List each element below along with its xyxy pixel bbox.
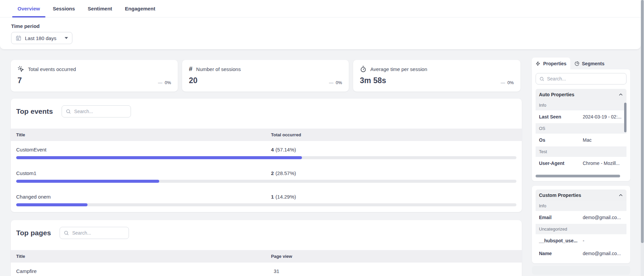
active-tab-underline bbox=[12, 16, 45, 18]
metric-delta: — 0% bbox=[501, 80, 514, 85]
progress-bar-fill bbox=[16, 180, 159, 183]
page-view-count: 31 bbox=[274, 268, 279, 274]
properties-search[interactable] bbox=[536, 73, 626, 84]
table-row[interactable]: Custom1 2(28.57%) bbox=[11, 165, 522, 188]
top-pages-panel: Top pages Title Page view Campfire 31 bbox=[11, 220, 522, 276]
table-row[interactable]: Campfire 31 bbox=[11, 263, 522, 276]
property-value: - bbox=[583, 238, 584, 243]
tab-properties-label: Properties bbox=[543, 61, 566, 66]
progress-bar-track bbox=[16, 203, 516, 206]
page-title: Campfire bbox=[16, 268, 37, 274]
event-title: Changed onem bbox=[16, 194, 51, 200]
property-value: Mac bbox=[583, 137, 591, 143]
list-scrollbar-horizontal[interactable] bbox=[536, 175, 626, 177]
tab-segments-label: Segments bbox=[582, 61, 605, 66]
delta-percent: 0% bbox=[507, 80, 514, 85]
search-icon bbox=[539, 76, 544, 81]
delta-percent: 0% bbox=[336, 80, 342, 85]
scrollbar-thumb[interactable] bbox=[536, 175, 620, 177]
property-value: 2024-03-19 - 02:... bbox=[583, 114, 621, 119]
tab-overview-label: Overview bbox=[18, 6, 40, 11]
delta-dash-icon: — bbox=[329, 80, 333, 85]
metric-label: Total events occurred bbox=[28, 66, 76, 72]
custom-properties-panel: Custom Properties Info Email demo@gmail.… bbox=[532, 186, 630, 263]
delta-dash-icon: — bbox=[158, 80, 162, 85]
group-label: Uncategorized bbox=[536, 224, 626, 234]
time-period-dropdown[interactable]: Last 180 days bbox=[11, 32, 72, 44]
count-percent: (57.14%) bbox=[275, 147, 296, 152]
chevron-up-icon[interactable] bbox=[618, 193, 623, 198]
chevron-up-icon[interactable] bbox=[618, 92, 623, 97]
column-header-page-view: Page view bbox=[271, 254, 292, 259]
metric-value: 3m 58s bbox=[360, 76, 386, 85]
top-events-title: Top events bbox=[16, 107, 53, 115]
property-row[interactable]: Email demo@gmail.co... bbox=[536, 211, 626, 224]
tab-segments[interactable]: Segments bbox=[570, 58, 609, 69]
group-label: Test bbox=[536, 146, 626, 157]
property-row[interactable]: Last Seen 2024-03-19 - 02:... bbox=[536, 110, 626, 123]
property-key: Email bbox=[539, 215, 583, 220]
time-period-section: Time period Last 180 days bbox=[0, 18, 641, 44]
hash-icon: # bbox=[189, 66, 193, 72]
top-events-search-input[interactable] bbox=[74, 109, 127, 114]
count-number: 2 bbox=[271, 170, 274, 176]
custom-properties-title: Custom Properties bbox=[539, 193, 581, 198]
top-events-search[interactable] bbox=[62, 105, 131, 117]
progress-bar-fill bbox=[16, 156, 302, 159]
event-title: CustomEvent bbox=[16, 147, 46, 152]
tab-sentiment-label: Sentiment bbox=[88, 6, 112, 11]
event-title: Custom1 bbox=[16, 170, 36, 176]
calendar-icon bbox=[15, 35, 22, 41]
auto-properties-panel: Auto Properties Info Last Seen 2024-03-1… bbox=[532, 69, 630, 181]
property-row[interactable]: User-Agent Chrome - Mozill... bbox=[536, 157, 626, 174]
tab-sessions[interactable]: Sessions bbox=[46, 0, 81, 17]
property-value: demo@gmail.co... bbox=[583, 215, 621, 220]
bolt-icon bbox=[536, 61, 540, 66]
tab-engagement-label: Engagement bbox=[125, 6, 155, 11]
table-row[interactable]: CustomEvent 4(57.14%) bbox=[11, 141, 522, 165]
table-row[interactable]: Changed onem 1(14.29%) bbox=[11, 188, 522, 212]
custom-properties-header[interactable]: Custom Properties bbox=[536, 189, 626, 201]
properties-search-input[interactable] bbox=[547, 76, 623, 81]
delta-percent: 0% bbox=[165, 80, 171, 85]
sidebar-tab-bar: Properties Segments bbox=[532, 58, 630, 69]
property-key: Os bbox=[539, 137, 583, 143]
top-events-panel: Top events Title Total occurred CustomEv… bbox=[11, 99, 522, 212]
tab-engagement[interactable]: Engagement bbox=[118, 0, 162, 17]
stopwatch-icon bbox=[360, 66, 367, 72]
metric-card-total-events: Total events occurred 7 — 0% bbox=[11, 60, 178, 92]
property-row[interactable]: Name demo@gmail.co... bbox=[536, 247, 626, 260]
top-pages-search-input[interactable] bbox=[72, 230, 125, 236]
property-row[interactable]: __hubspot_use... - bbox=[536, 234, 626, 247]
property-key: Last Seen bbox=[539, 114, 583, 119]
tab-sentiment[interactable]: Sentiment bbox=[81, 0, 119, 17]
auto-properties-title: Auto Properties bbox=[539, 92, 574, 97]
group-label: OS bbox=[536, 123, 626, 134]
count-percent: (28.57%) bbox=[275, 170, 296, 176]
delta-dash-icon: — bbox=[501, 80, 505, 85]
main-tab-bar: Overview Sessions Sentiment Engagement bbox=[0, 0, 641, 18]
list-scrollbar-vertical[interactable] bbox=[624, 103, 626, 132]
auto-properties-header[interactable]: Auto Properties bbox=[536, 89, 626, 100]
count-number: 4 bbox=[271, 147, 274, 152]
tab-sessions-label: Sessions bbox=[53, 6, 75, 11]
event-count: 1(14.29%) bbox=[271, 194, 296, 200]
collapsed-section-stub[interactable] bbox=[532, 266, 630, 275]
chevron-down-icon bbox=[65, 37, 68, 39]
property-value: demo@gmail.co... bbox=[583, 251, 621, 256]
property-key: Name bbox=[539, 251, 583, 256]
progress-bar-track bbox=[16, 156, 516, 159]
cursor-click-icon bbox=[18, 66, 24, 72]
tab-overview[interactable]: Overview bbox=[11, 0, 46, 17]
column-header-total-occurred: Total occurred bbox=[271, 132, 301, 137]
page-scrollbar[interactable] bbox=[641, 0, 644, 276]
search-icon bbox=[64, 230, 69, 236]
property-row[interactable]: Os Mac bbox=[536, 134, 626, 146]
top-pages-search[interactable] bbox=[60, 227, 129, 239]
tab-properties[interactable]: Properties bbox=[532, 58, 570, 69]
metric-value: 7 bbox=[18, 76, 22, 85]
group-label: Info bbox=[536, 201, 626, 211]
auto-properties-list: Info Last Seen 2024-03-19 - 02:... OS Os… bbox=[536, 100, 626, 174]
property-key: __hubspot_use... bbox=[539, 238, 583, 243]
page-scrollbar-thumb[interactable] bbox=[641, 0, 644, 243]
